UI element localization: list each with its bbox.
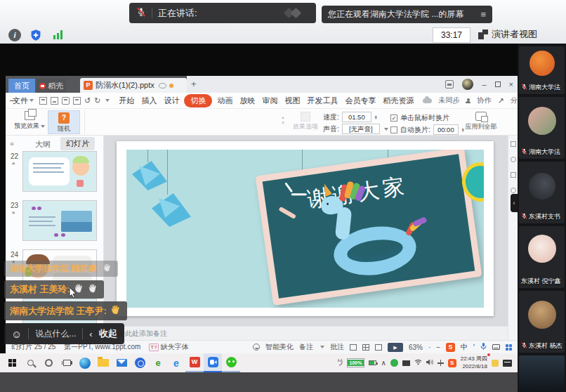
minimize-button[interactable]: – (482, 80, 486, 89)
effect-options-button[interactable]: 效果选项 (289, 110, 322, 131)
action-center-icon[interactable] (503, 360, 512, 367)
beautify-button[interactable]: 智能美化 (265, 342, 294, 352)
edge-icon[interactable] (76, 353, 94, 372)
speaker-view-button[interactable]: 演讲者视图 (478, 28, 537, 41)
wechat-taskbar-icon[interactable] (222, 353, 240, 372)
edge-legacy-icon[interactable]: e (167, 353, 185, 372)
auto-advance-input[interactable]: 00:00 (433, 124, 459, 135)
chevron-down-icon[interactable] (384, 128, 388, 131)
sidebar-collapse-handle[interactable]: ‹ (511, 194, 518, 212)
menu-devtools[interactable]: 开发工具 (303, 94, 341, 107)
mail-icon[interactable] (112, 353, 131, 372)
participant-tile[interactable]: 东溪村支书 (519, 162, 565, 223)
missing-font-warning[interactable]: T? 缺失字体 (149, 342, 188, 352)
ie-icon[interactable]: e (149, 353, 167, 372)
new-tab-button[interactable]: + (191, 79, 197, 89)
menu-animation[interactable]: 动画 (213, 94, 236, 107)
task-view-icon[interactable] (58, 353, 76, 372)
info-icon[interactable]: i (8, 29, 21, 41)
antivirus-tray-icon[interactable] (390, 359, 398, 367)
gallery-scroll-arrows[interactable]: ▲▼ (281, 115, 285, 126)
menu-review[interactable]: 审阅 (258, 94, 281, 107)
sync-status[interactable]: 未同步 (438, 96, 459, 105)
tencent-meeting-taskbar-icon[interactable] (204, 353, 222, 372)
network-signal-icon[interactable] (53, 30, 62, 39)
volume-icon[interactable] (426, 359, 433, 367)
ime-lang-toggle[interactable]: 中 (461, 342, 468, 352)
notice-icon[interactable] (445, 80, 454, 89)
participant-tile[interactable]: 东溪村 倪宁鑫 (519, 226, 565, 288)
menu-member[interactable]: 会员专享 (341, 94, 379, 107)
sogou-ime-icon[interactable]: S (446, 343, 455, 352)
output-icon[interactable] (51, 97, 58, 105)
participant-tile[interactable]: 湖南大学法 (519, 97, 565, 159)
sound-select[interactable]: [无声音] (342, 124, 380, 134)
sogou-tray-icon[interactable]: S (448, 359, 456, 367)
redo-icon[interactable]: ↻ (94, 96, 100, 105)
slide-canvas[interactable]: 谢谢大家 (104, 136, 508, 326)
normal-view-icon[interactable] (350, 344, 357, 351)
slide-thumbnail-23[interactable] (22, 200, 97, 241)
design-pane-icon[interactable] (511, 172, 516, 178)
tab-document[interactable]: P 防溺水(1)(2).pptx (80, 78, 187, 93)
move-tool-icon[interactable] (437, 360, 444, 366)
menu-docer-res[interactable]: 稻壳资源 (379, 94, 417, 107)
close-button[interactable]: × (509, 80, 513, 89)
properties-icon[interactable] (511, 141, 516, 147)
account-avatar[interactable] (462, 79, 473, 90)
speed-input[interactable]: 01.50 (342, 112, 371, 122)
banner-menu-icon[interactable]: ≡ (480, 9, 486, 20)
taskbar-clock[interactable]: 22:43 周四 2022/8/18 (461, 355, 487, 370)
collapse-chat-button[interactable]: 收起 (99, 327, 117, 340)
notes-button[interactable]: 备注 (299, 342, 313, 352)
undo-icon[interactable]: ↺ (84, 96, 91, 105)
menu-view[interactable]: 视图 (281, 94, 303, 107)
tab-docer[interactable]: 稻壳 (37, 79, 66, 93)
share-button[interactable]: 分享 (511, 96, 518, 105)
reading-view-icon[interactable] (375, 344, 382, 351)
hidden-icons-chevron[interactable]: ∧ (381, 359, 386, 367)
chevron-down-icon[interactable] (105, 99, 110, 102)
menu-slideshow[interactable]: 放映 (236, 94, 258, 107)
save-icon[interactable] (39, 97, 47, 105)
apply-to-all-button[interactable]: 应用到全部 (461, 110, 501, 131)
ime-keyboard-icon[interactable] (492, 344, 500, 350)
tab-slides[interactable]: 幻灯片 (60, 137, 95, 150)
slide-thumbnail-22[interactable] (22, 151, 97, 192)
comments-button[interactable]: 批注 (330, 342, 344, 352)
app-tray-icon[interactable] (402, 360, 410, 366)
file-explorer-icon[interactable] (94, 353, 112, 372)
sticky-note-tray-icon[interactable] (492, 360, 499, 367)
speed-stepper[interactable]: ▲▼ (374, 115, 378, 119)
participant-tile[interactable] (519, 355, 565, 392)
emoji-button[interactable]: ☺ (11, 328, 22, 340)
menu-start[interactable]: 开始 (115, 94, 138, 107)
menu-transition-active[interactable]: 切换 (184, 94, 212, 107)
menu-design[interactable]: 设计 (160, 94, 183, 107)
restore-button[interactable] (495, 81, 501, 87)
slideshow-play-button[interactable]: ▶ (388, 343, 403, 352)
transition-random-tile[interactable]: ? 随机 (48, 110, 80, 134)
preview-effect-button[interactable]: 预览效果 (14, 110, 45, 131)
cortana-icon[interactable] (39, 353, 58, 372)
resource-pane-icon[interactable] (511, 188, 516, 193)
taskbar-search-icon[interactable] (21, 353, 39, 372)
menu-insert[interactable]: 插入 (138, 94, 160, 107)
zoom-out-button[interactable]: − (436, 344, 440, 351)
sorter-view-icon[interactable] (362, 344, 369, 351)
ime-toolbox-icon[interactable] (506, 344, 512, 351)
preview-icon[interactable] (73, 97, 81, 105)
participant-tile[interactable]: 东溪村 杨杰 (519, 291, 565, 353)
fit-zoom-value[interactable]: 63% (409, 344, 423, 351)
chat-input[interactable]: 说点什么... (35, 328, 76, 340)
notes-placeholder[interactable]: 单击此处添加备注 (104, 326, 508, 340)
clock-app-icon[interactable] (131, 353, 149, 372)
print-icon[interactable] (62, 97, 70, 105)
start-button[interactable] (3, 353, 21, 372)
tab-home[interactable]: 首页 (8, 79, 35, 93)
ime-punct-toggle[interactable]: ' (473, 344, 475, 351)
wifi-icon[interactable] (414, 359, 422, 367)
click-advance-checkbox[interactable]: ✓ (390, 115, 397, 122)
participant-tile[interactable]: 湖南大学法 (519, 46, 565, 94)
animation-pane-icon[interactable] (511, 157, 516, 162)
